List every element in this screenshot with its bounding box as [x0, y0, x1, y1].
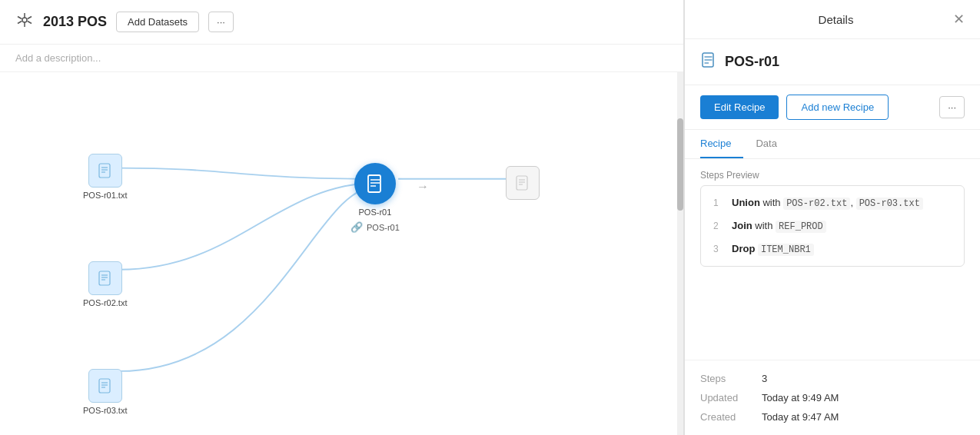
panel-header: Details ✕: [685, 0, 980, 39]
step-text: Join with REF_PROD: [732, 220, 826, 232]
canvas-area: POS-r01.txt POS-r02.txt: [0, 72, 683, 435]
panel-close-button[interactable]: ✕: [953, 12, 965, 26]
app-icon: [15, 11, 34, 33]
meta-created: Created Today at 9:47 AM: [700, 411, 965, 423]
svg-rect-15: [99, 379, 110, 393]
meta-steps: Steps 3: [700, 373, 965, 384]
panel-tabs: Recipe Data: [685, 130, 980, 159]
panel-node-name: POS-r01: [725, 54, 779, 70]
node-pos-r03-txt[interactable]: POS-r03.txt: [83, 369, 127, 415]
panel-node-title: POS-r01: [685, 39, 980, 85]
svg-rect-7: [99, 164, 110, 178]
project-title: 2013 POS: [43, 14, 107, 30]
svg-line-4: [28, 22, 32, 24]
file-icon: [88, 369, 122, 403]
panel-meta: Steps 3 Updated Today at 9:49 AM Created…: [685, 360, 980, 435]
svg-line-3: [18, 17, 22, 19]
link-icon: 🔗: [350, 221, 363, 233]
tab-recipe[interactable]: Recipe: [700, 130, 743, 158]
step-row-1: 1 Union with POS-r02.txt, POS-r03.txt: [713, 197, 952, 209]
file-icon: [88, 261, 122, 295]
scrollbar-track[interactable]: [677, 72, 683, 435]
file-icon: [88, 154, 122, 188]
meta-steps-label: Steps: [700, 373, 762, 384]
node-output[interactable]: [506, 166, 540, 200]
svg-rect-23: [368, 175, 380, 192]
node-pos-r02-txt[interactable]: POS-r02.txt: [83, 261, 127, 307]
edit-recipe-button[interactable]: Edit Recipe: [700, 95, 779, 119]
tab-data[interactable]: Data: [756, 130, 789, 158]
add-datasets-button[interactable]: Add Datasets: [116, 12, 199, 32]
meta-steps-value: 3: [762, 373, 767, 384]
meta-updated-label: Updated: [700, 392, 762, 403]
meta-created-label: Created: [700, 411, 762, 423]
recipe-icon: [354, 163, 396, 204]
recipe-badge: 🔗 POS-r01: [350, 221, 400, 233]
panel-more-button[interactable]: ···: [939, 96, 965, 118]
meta-updated-value: Today at 9:49 AM: [762, 392, 839, 403]
svg-rect-11: [99, 271, 110, 285]
panel-node-icon: [700, 51, 717, 72]
node-label: POS-r01: [359, 208, 392, 217]
node-label: POS-r01.txt: [83, 191, 127, 200]
details-panel: Details ✕ POS-r01 Edit Recipe Add new Re…: [684, 0, 980, 435]
more-button[interactable]: ···: [208, 12, 234, 32]
panel-title: Details: [719, 13, 953, 26]
flow-arrow: →: [417, 180, 429, 194]
steps-preview-label: Steps Preview: [685, 159, 980, 185]
steps-box: 1 Union with POS-r02.txt, POS-r03.txt 2 …: [700, 185, 965, 267]
node-label: POS-r03.txt: [83, 406, 127, 415]
node-pos-r01-recipe[interactable]: POS-r01 🔗 POS-r01: [350, 163, 400, 233]
meta-created-value: Today at 9:47 AM: [762, 411, 839, 423]
top-bar: 2013 POS Add Datasets ···: [0, 0, 683, 45]
add-recipe-button[interactable]: Add new Recipe: [786, 95, 889, 120]
svg-line-6: [28, 17, 32, 19]
svg-point-0: [22, 18, 27, 22]
panel-actions: Edit Recipe Add new Recipe ···: [685, 85, 980, 130]
step-number: 2: [713, 221, 724, 231]
description-placeholder: Add a description...: [15, 52, 101, 64]
step-row-3: 3 Drop ITEM_NBR1: [713, 243, 952, 255]
step-text: Union with POS-r02.txt, POS-r03.txt: [732, 197, 923, 209]
meta-updated: Updated Today at 9:49 AM: [700, 392, 965, 403]
step-text: Drop ITEM_NBR1: [732, 243, 814, 255]
node-pos-r01-txt[interactable]: POS-r01.txt: [83, 154, 127, 200]
description-bar[interactable]: Add a description...: [0, 45, 683, 72]
svg-line-5: [18, 22, 22, 24]
output-icon: [506, 166, 540, 200]
step-row-2: 2 Join with REF_PROD: [713, 220, 952, 232]
step-number: 3: [713, 244, 724, 254]
node-label: POS-r02.txt: [83, 298, 127, 307]
step-number: 1: [713, 198, 724, 208]
scrollbar-thumb[interactable]: [677, 118, 683, 211]
svg-rect-27: [517, 176, 527, 190]
badge-label: POS-r01: [367, 223, 400, 232]
canvas-panel: 2013 POS Add Datasets ··· Add a descript…: [0, 0, 684, 435]
